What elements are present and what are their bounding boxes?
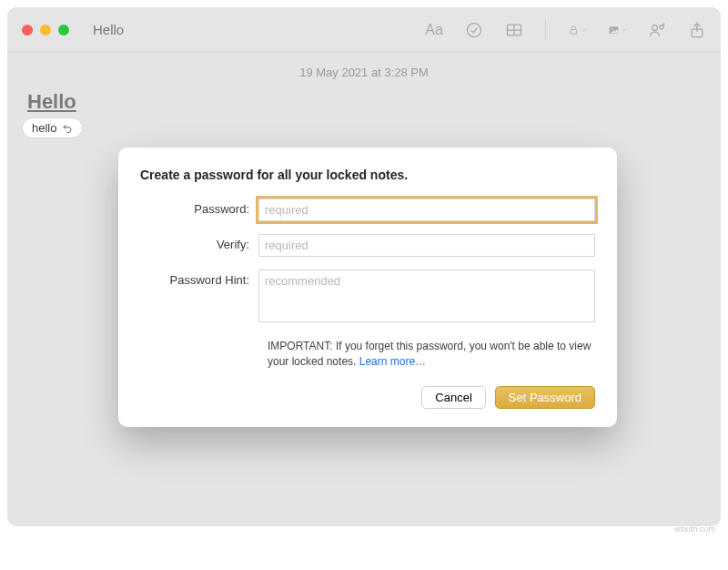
hint-label: Password Hint: xyxy=(140,270,258,287)
checklist-icon[interactable] xyxy=(465,21,483,39)
hint-row: Password Hint: xyxy=(140,270,595,326)
svg-point-6 xyxy=(612,28,613,30)
svg-point-0 xyxy=(468,23,481,36)
table-icon[interactable] xyxy=(505,21,523,39)
titlebar: Hello Aa xyxy=(7,7,721,53)
format-icon-label: Aa xyxy=(425,22,443,38)
svg-rect-4 xyxy=(571,29,576,34)
important-text: IMPORTANT: If you forget this password, … xyxy=(268,340,591,368)
learn-more-link[interactable]: Learn more… xyxy=(359,355,426,368)
format-icon[interactable]: Aa xyxy=(425,21,443,39)
dialog-title: Create a password for all your locked no… xyxy=(140,168,595,182)
watermark: wsxdn.com xyxy=(674,524,715,534)
important-note: IMPORTANT: If you forget this password, … xyxy=(268,339,595,370)
password-row: Password: xyxy=(140,198,595,221)
undo-icon xyxy=(62,123,73,134)
app-window: Hello Aa xyxy=(7,7,721,526)
verify-input[interactable] xyxy=(258,234,595,257)
share-icon[interactable] xyxy=(688,21,706,39)
autocorrect-text: hello xyxy=(32,121,56,135)
window-title: Hello xyxy=(93,22,124,37)
window-controls xyxy=(22,25,69,36)
cancel-button[interactable]: Cancel xyxy=(421,386,485,409)
password-input[interactable] xyxy=(258,198,595,221)
set-password-button[interactable]: Set Password xyxy=(495,386,595,409)
hint-input[interactable] xyxy=(258,270,595,322)
dialog-buttons: Cancel Set Password xyxy=(140,386,595,409)
toolbar-divider xyxy=(545,20,546,40)
verify-row: Verify: xyxy=(140,234,595,257)
password-label: Password: xyxy=(140,198,258,216)
close-window[interactable] xyxy=(22,25,33,36)
collaborate-icon[interactable] xyxy=(648,21,666,39)
note-datetime: 19 May 2021 at 3:28 PM xyxy=(7,53,721,85)
minimize-window[interactable] xyxy=(40,25,51,36)
toolbar: Aa xyxy=(425,20,706,40)
media-icon[interactable] xyxy=(608,21,626,39)
fullscreen-window[interactable] xyxy=(58,25,69,36)
autocorrect-suggestion[interactable]: hello xyxy=(22,117,83,138)
note-title: Hello xyxy=(27,90,721,114)
svg-point-7 xyxy=(652,25,658,30)
lock-icon[interactable] xyxy=(568,21,586,39)
verify-label: Verify: xyxy=(140,234,258,251)
password-dialog: Create a password for all your locked no… xyxy=(118,148,617,427)
